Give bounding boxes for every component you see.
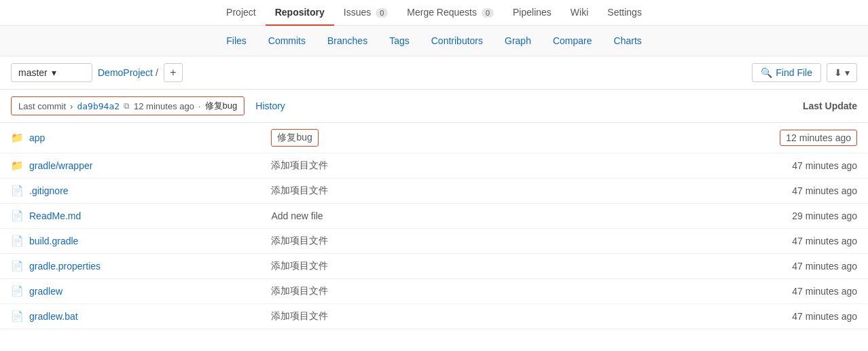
commit-msg-cell: 添加项目文件 [260, 279, 529, 304]
commit-separator: · [198, 101, 201, 111]
search-icon: 🔍 [761, 67, 772, 78]
commit-info-row: Last commit › da9b94a2 ⧉ 12 minutes ago … [0, 90, 868, 123]
commit-box: Last commit › da9b94a2 ⧉ 12 minutes ago … [11, 96, 245, 115]
last-update-cell: 47 minutes ago [530, 179, 868, 204]
history-link[interactable]: History [255, 100, 285, 111]
file-name[interactable]: app [29, 132, 45, 143]
download-chevron-icon: ▾ [845, 67, 850, 78]
file-name[interactable]: gradle/wrapper [29, 160, 92, 171]
commit-msg-cell: 修复bug [260, 123, 529, 153]
subnav-commits[interactable]: Commits [259, 31, 315, 50]
nav-wiki[interactable]: Wiki [561, 0, 598, 26]
file-table: 📁 app 修复bug12 minutes ago 📁 gradle/wrapp… [0, 123, 868, 329]
table-row: 📁 gradle/wrapper 添加项目文件47 minutes ago [0, 153, 868, 179]
file-name-cell[interactable]: 📄 ReadMe.md [11, 210, 249, 222]
file-icon: 📄 [11, 185, 24, 197]
file-name[interactable]: gradlew [29, 286, 62, 297]
subnav-compare[interactable]: Compare [543, 31, 602, 50]
file-icon: 📄 [11, 260, 24, 272]
nav-issues[interactable]: Issues 0 [334, 0, 397, 26]
table-row: 📄 ReadMe.md Add new file29 minutes ago [0, 204, 868, 229]
merge-requests-badge: 0 [482, 8, 494, 18]
commit-msg-cell: Add new file [260, 204, 529, 229]
file-name-cell[interactable]: 📁 gradle/wrapper [11, 160, 249, 172]
last-update-cell: 47 minutes ago [530, 279, 868, 304]
last-update-cell: 47 minutes ago [530, 254, 868, 279]
subnav-charts[interactable]: Charts [604, 31, 651, 50]
file-icon: 📄 [11, 310, 24, 322]
toolbar: master ▾ DemoProject / + 🔍 Find File ⬇ ▾ [0, 56, 868, 90]
subnav-tags[interactable]: Tags [380, 31, 419, 50]
folder-icon: 📁 [11, 160, 24, 172]
file-icon: 📄 [11, 235, 24, 247]
nav-merge-requests[interactable]: Merge Requests 0 [397, 0, 503, 26]
file-name[interactable]: gradlew.bat [29, 311, 78, 322]
subnav-files[interactable]: Files [217, 31, 256, 50]
file-name[interactable]: ReadMe.md [29, 210, 81, 221]
branch-label: master [18, 67, 48, 78]
last-commit-label: Last commit [18, 101, 66, 111]
commit-time-ago: 12 minutes ago [134, 101, 194, 111]
table-row: 📄 gradlew.bat 添加项目文件47 minutes ago [0, 304, 868, 329]
file-name[interactable]: .gitignore [29, 185, 69, 196]
table-row: 📄 gradlew 添加项目文件47 minutes ago [0, 279, 868, 304]
commit-message-text: 修复bug [205, 100, 238, 112]
file-name-cell[interactable]: 📄 gradlew.bat [11, 310, 249, 322]
last-update-cell: 12 minutes ago [530, 123, 868, 153]
copy-icon[interactable]: ⧉ [124, 101, 130, 111]
file-name-cell[interactable]: 📄 gradlew [11, 285, 249, 297]
table-row: 📄 gradle.properties 添加项目文件47 minutes ago [0, 254, 868, 279]
folder-icon: 📁 [11, 132, 24, 144]
commit-msg-cell: 添加项目文件 [260, 229, 529, 254]
nav-settings[interactable]: Settings [598, 0, 651, 26]
nav-pipelines[interactable]: Pipelines [503, 0, 561, 26]
sub-nav: Files Commits Branches Tags Contributors… [0, 26, 868, 56]
file-icon: 📄 [11, 285, 24, 297]
commit-msg-cell: 添加项目文件 [260, 179, 529, 204]
subnav-contributors[interactable]: Contributors [422, 31, 492, 50]
commit-msg-cell: 添加项目文件 [260, 254, 529, 279]
download-button[interactable]: ⬇ ▾ [827, 63, 857, 82]
find-file-button[interactable]: 🔍 Find File [752, 63, 821, 82]
subnav-graph[interactable]: Graph [495, 31, 541, 50]
add-button[interactable]: + [164, 63, 183, 82]
table-row: 📄 build.gradle 添加项目文件47 minutes ago [0, 229, 868, 254]
breadcrumb: DemoProject / [98, 67, 158, 78]
nav-repository[interactable]: Repository [266, 0, 334, 26]
file-name-cell[interactable]: 📄 gradle.properties [11, 260, 249, 272]
file-name-cell[interactable]: 📄 build.gradle [11, 235, 249, 247]
file-name[interactable]: build.gradle [29, 236, 78, 246]
download-icon: ⬇ [834, 67, 842, 78]
top-nav: Project Repository Issues 0 Merge Reques… [0, 0, 868, 26]
last-update-cell: 47 minutes ago [530, 153, 868, 179]
file-name[interactable]: gradle.properties [29, 261, 101, 272]
subnav-branches[interactable]: Branches [318, 31, 377, 50]
commit-hash[interactable]: da9b94a2 [77, 101, 120, 111]
branch-selector[interactable]: master ▾ [11, 63, 92, 82]
file-name-cell[interactable]: 📄 .gitignore [11, 185, 249, 197]
breadcrumb-separator: / [156, 67, 158, 78]
commit-msg-highlighted: 修复bug [271, 129, 318, 147]
last-update-col: Last Update [803, 100, 857, 111]
file-name-cell[interactable]: 📁 app [11, 132, 249, 144]
commit-arrow-icon: › [70, 101, 73, 111]
toolbar-right: 🔍 Find File ⬇ ▾ [752, 63, 857, 82]
table-row: 📄 .gitignore 添加项目文件47 minutes ago [0, 179, 868, 204]
issues-badge: 0 [376, 8, 388, 18]
nav-project[interactable]: Project [217, 0, 266, 26]
last-update-highlighted: 12 minutes ago [780, 130, 857, 146]
last-update-cell: 47 minutes ago [530, 229, 868, 254]
commit-msg-cell: 添加项目文件 [260, 304, 529, 329]
table-row: 📁 app 修复bug12 minutes ago [0, 123, 868, 153]
last-update-cell: 47 minutes ago [530, 304, 868, 329]
commit-msg-cell: 添加项目文件 [260, 153, 529, 179]
breadcrumb-project[interactable]: DemoProject [98, 67, 153, 78]
chevron-down-icon: ▾ [52, 67, 56, 78]
last-update-cell: 29 minutes ago [530, 204, 868, 229]
find-file-label: Find File [776, 67, 812, 78]
file-icon: 📄 [11, 210, 24, 222]
